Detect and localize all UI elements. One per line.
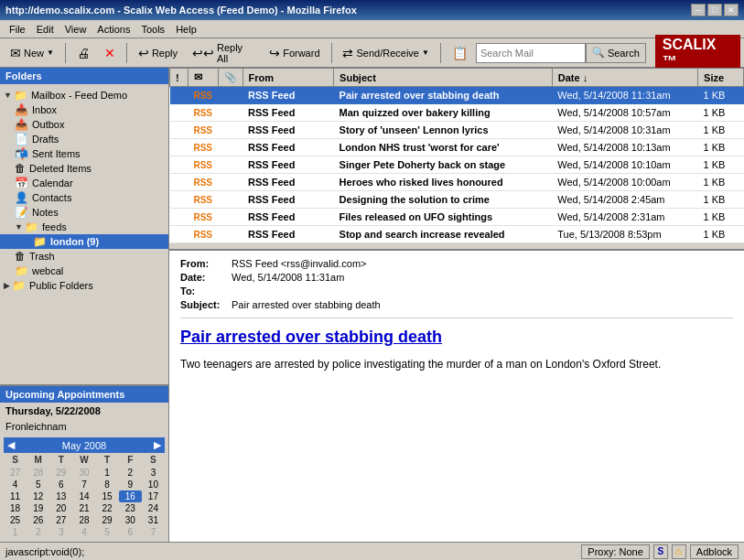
cal-day[interactable]: 6 (119, 526, 142, 538)
cal-day-header-f: F (119, 453, 142, 467)
search-button[interactable]: 🔍 Search (586, 43, 646, 63)
sidebar-item-outbox[interactable]: 📤 Outbox (0, 117, 168, 132)
menu-file[interactable]: File (4, 22, 31, 37)
cal-day[interactable]: 3 (142, 467, 165, 479)
cal-day[interactable]: 7 (142, 526, 165, 538)
cal-day[interactable]: 1 (4, 526, 27, 538)
cal-day[interactable]: 15 (96, 490, 119, 502)
menu-edit[interactable]: Edit (31, 22, 59, 37)
search-input[interactable] (476, 43, 586, 63)
cal-day[interactable]: 7 (72, 479, 95, 490)
cal-day[interactable]: 4 (4, 479, 27, 490)
toolbar-extra-button[interactable]: 📋 (446, 41, 474, 65)
sidebar-item-public[interactable]: ▶ 📁 Public Folders (0, 278, 168, 293)
email-row[interactable]: RSS RSS Feed London NHS trust 'worst for… (170, 139, 744, 156)
cal-day[interactable]: 10 (142, 479, 165, 490)
sidebar-item-london[interactable]: 📁 london (9) (0, 234, 168, 249)
cal-day[interactable]: 2 (27, 526, 49, 538)
cal-day[interactable]: 26 (27, 514, 49, 526)
sidebar-item-mailbox[interactable]: ▼ 📁 Mailbox - Feed Demo (0, 88, 168, 102)
menu-actions[interactable]: Actions (92, 22, 135, 37)
cal-day[interactable]: 20 (49, 502, 72, 514)
cal-day[interactable]: 12 (27, 490, 49, 502)
cal-day[interactable]: 25 (4, 514, 27, 526)
cal-day[interactable]: 31 (142, 514, 165, 526)
email-size: 1 KB (698, 104, 744, 122)
cal-day[interactable]: 8 (96, 479, 119, 490)
cal-day[interactable]: 1 (96, 467, 119, 479)
col-header-from[interactable]: From (243, 69, 334, 87)
preview-title[interactable]: Pair arrested over stabbing death (180, 328, 733, 347)
cal-day-today[interactable]: 16 (119, 490, 142, 502)
cal-day[interactable]: 5 (27, 479, 49, 490)
col-header-icon[interactable]: ✉ (188, 69, 218, 87)
cal-day[interactable]: 17 (142, 490, 165, 502)
cal-day[interactable]: 4 (72, 526, 95, 538)
forward-button[interactable]: ↪ Forward (263, 41, 326, 65)
cal-day[interactable]: 21 (72, 502, 95, 514)
email-row[interactable]: RSS RSS Feed Pair arrested over stabbing… (170, 87, 744, 104)
cal-day[interactable]: 6 (49, 479, 72, 490)
cal-day[interactable]: 14 (72, 490, 95, 502)
reply-all-button[interactable]: ↩↩ Reply All (186, 41, 261, 65)
email-type-icon: RSS (188, 87, 218, 104)
sidebar-item-trash[interactable]: 🗑 Trash (0, 249, 168, 264)
sidebar-item-contacts[interactable]: 👤 Contacts (0, 190, 168, 205)
email-row[interactable]: RSS RSS Feed Man quizzed over bakery kil… (170, 104, 744, 122)
sidebar-item-sent[interactable]: 📬 Sent Items (0, 146, 168, 161)
cal-day[interactable]: 28 (27, 467, 49, 479)
cal-day[interactable]: 27 (49, 514, 72, 526)
sidebar-item-inbox[interactable]: 📥 Inbox (0, 102, 168, 117)
col-header-date[interactable]: Date ↓ (552, 69, 697, 87)
cal-day[interactable]: 2 (119, 467, 142, 479)
email-row[interactable]: RSS RSS Feed Designing the solution to c… (170, 191, 744, 209)
cal-day[interactable]: 30 (119, 514, 142, 526)
cal-day[interactable]: 18 (4, 502, 27, 514)
cal-day[interactable]: 23 (119, 502, 142, 514)
menu-tools[interactable]: Tools (135, 22, 170, 37)
cal-day[interactable]: 24 (142, 502, 165, 514)
reply-button[interactable]: ↩ Reply (132, 41, 184, 65)
sidebar-item-webcal[interactable]: 📁 webcal (0, 264, 168, 278)
sidebar-item-feeds[interactable]: ▼ 📁 feeds (0, 220, 168, 234)
col-header-flag[interactable]: ! (170, 69, 189, 87)
cal-day[interactable]: 29 (49, 467, 72, 479)
print-button[interactable]: 🖨 (70, 41, 96, 65)
delete-button[interactable]: ✕ (98, 41, 122, 65)
cal-day[interactable]: 19 (27, 502, 49, 514)
email-row[interactable]: RSS RSS Feed Heroes who risked lives hon… (170, 174, 744, 191)
minimize-button[interactable]: ─ (691, 4, 706, 16)
cal-day[interactable]: 3 (49, 526, 72, 538)
sidebar-item-calendar[interactable]: 📅 Calendar (0, 176, 168, 190)
send-receive-button[interactable]: ⇄ Send/Receive ▼ (336, 41, 435, 65)
maximize-button[interactable]: □ (707, 4, 722, 16)
prev-month-button[interactable]: ◀ (7, 439, 15, 451)
email-row[interactable]: RSS RSS Feed Story of 'unseen' Lennon ly… (170, 122, 744, 139)
cal-day[interactable]: 28 (72, 514, 95, 526)
cal-day[interactable]: 22 (96, 502, 119, 514)
new-dropdown-arrow[interactable]: ▼ (47, 48, 54, 57)
cal-day[interactable]: 30 (72, 467, 95, 479)
sidebar-item-deleted[interactable]: 🗑 Deleted Items (0, 161, 168, 176)
sidebar-item-notes[interactable]: 📝 Notes (0, 205, 168, 220)
to-label: To: (180, 285, 226, 296)
send-receive-arrow[interactable]: ▼ (422, 48, 429, 57)
menu-help[interactable]: Help (170, 22, 202, 37)
cal-day[interactable]: 27 (4, 467, 27, 479)
cal-day[interactable]: 13 (49, 490, 72, 502)
menu-view[interactable]: View (59, 22, 92, 37)
col-header-size[interactable]: Size (698, 69, 744, 87)
sidebar-item-drafts[interactable]: 📄 Drafts (0, 132, 168, 146)
col-header-subject[interactable]: Subject (334, 69, 553, 87)
email-row[interactable]: RSS RSS Feed Singer Pete Doherty back on… (170, 156, 744, 174)
email-row[interactable]: RSS RSS Feed Files released on UFO sight… (170, 209, 744, 226)
cal-day[interactable]: 5 (96, 526, 119, 538)
next-month-button[interactable]: ▶ (154, 439, 161, 451)
col-header-attach[interactable]: 📎 (218, 69, 243, 87)
email-row[interactable]: RSS RSS Feed Stop and search increase re… (170, 226, 744, 243)
cal-day[interactable]: 9 (119, 479, 142, 490)
cal-day[interactable]: 11 (4, 490, 27, 502)
cal-day[interactable]: 29 (96, 514, 119, 526)
new-button[interactable]: ✉ New ▼ (4, 41, 60, 65)
close-button[interactable]: ✕ (724, 4, 739, 16)
